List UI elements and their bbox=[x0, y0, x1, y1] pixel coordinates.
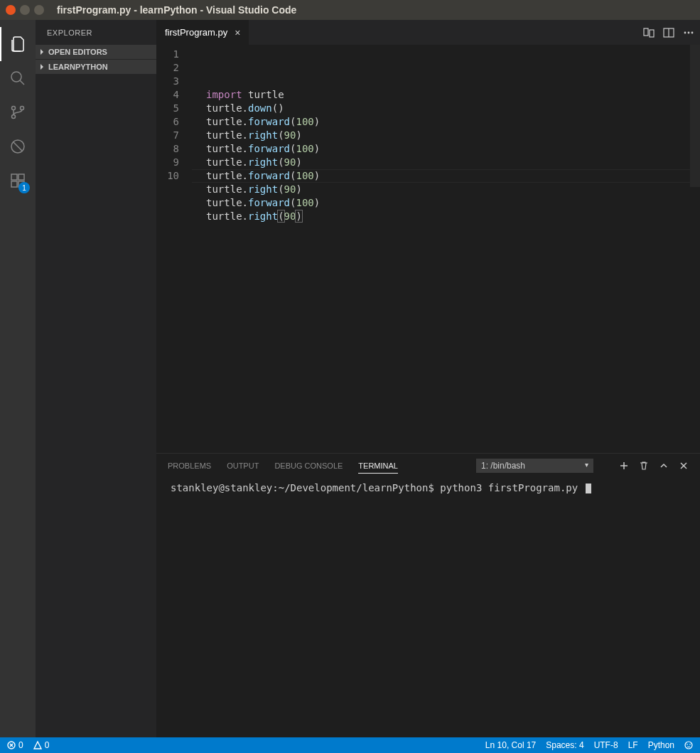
terminal-prompt: stankley@stankley:~/Development/learnPyt… bbox=[171, 482, 434, 493]
code-content[interactable]: import turtleturtle.down()turtle.forward… bbox=[192, 45, 690, 453]
svg-rect-7 bbox=[18, 174, 24, 180]
status-ln-col[interactable]: Ln 10, Col 17 bbox=[485, 740, 536, 750]
section-open-editors-label: OPEN EDITORS bbox=[48, 48, 107, 56]
panel-tab-output[interactable]: OUTPUT bbox=[227, 461, 259, 470]
window-title: firstProgram.py - learnPython - Visual S… bbox=[57, 4, 296, 16]
svg-point-26 bbox=[689, 744, 691, 745]
trash-icon[interactable] bbox=[639, 461, 649, 471]
activity-source-control[interactable] bbox=[0, 95, 36, 129]
status-eol[interactable]: LF bbox=[628, 740, 638, 750]
close-icon[interactable]: × bbox=[235, 27, 240, 38]
svg-point-3 bbox=[12, 115, 16, 119]
svg-rect-6 bbox=[11, 174, 17, 180]
svg-rect-11 bbox=[650, 30, 654, 37]
editor-tab-active[interactable]: firstProgram.py × bbox=[156, 20, 249, 45]
search-icon bbox=[9, 70, 26, 87]
minimap[interactable] bbox=[690, 45, 700, 453]
split-editor-icon[interactable] bbox=[663, 27, 674, 38]
activity-extensions[interactable]: 1 bbox=[0, 164, 36, 198]
status-feedback[interactable] bbox=[684, 741, 693, 749]
section-open-editors[interactable]: OPEN EDITORS bbox=[36, 45, 156, 59]
warning-icon bbox=[33, 741, 42, 749]
chevron-up-icon[interactable] bbox=[659, 461, 669, 471]
chevron-right-icon bbox=[38, 63, 45, 70]
section-workspace[interactable]: LEARNPYTHON bbox=[36, 60, 156, 74]
activity-debug[interactable] bbox=[0, 129, 36, 164]
smiley-icon bbox=[684, 741, 693, 749]
editor-tabbar: firstProgram.py × bbox=[156, 20, 700, 45]
svg-rect-8 bbox=[11, 181, 17, 187]
line-gutter: 12345678910 bbox=[156, 45, 192, 453]
panel-tab-problems[interactable]: PROBLEMS bbox=[168, 461, 211, 470]
svg-rect-10 bbox=[644, 28, 648, 36]
sidebar-explorer: EXPLORER OPEN EDITORS LEARNPYTHON bbox=[36, 20, 156, 737]
activity-bar: 1 bbox=[0, 20, 36, 737]
terminal-cursor bbox=[586, 484, 591, 493]
activity-search[interactable] bbox=[0, 61, 36, 95]
sidebar-title: EXPLORER bbox=[36, 20, 156, 45]
svg-point-15 bbox=[688, 31, 690, 33]
svg-point-14 bbox=[684, 31, 686, 33]
svg-point-16 bbox=[691, 31, 694, 33]
terminal-command: python3 firstProgram.py bbox=[440, 482, 578, 493]
extensions-badge: 1 bbox=[18, 182, 30, 193]
window-titlebar: firstProgram.py - learnPython - Visual S… bbox=[0, 0, 700, 20]
chevron-right-icon bbox=[38, 48, 45, 55]
more-icon[interactable] bbox=[683, 27, 694, 38]
svg-point-0 bbox=[11, 72, 21, 82]
compare-icon[interactable] bbox=[643, 27, 655, 38]
status-errors-count: 0 bbox=[18, 740, 23, 750]
section-workspace-label: LEARNPYTHON bbox=[48, 63, 108, 71]
panel-tab-debug-console[interactable]: DEBUG CONSOLE bbox=[274, 461, 343, 470]
panel-tab-terminal[interactable]: TERMINAL bbox=[358, 461, 398, 474]
status-warnings-count: 0 bbox=[45, 740, 50, 750]
window-close-button[interactable] bbox=[6, 5, 16, 15]
git-branch-icon bbox=[9, 104, 26, 121]
editor-area: firstProgram.py × 12345678910 import tur… bbox=[156, 20, 700, 737]
close-icon[interactable] bbox=[679, 461, 689, 471]
svg-point-24 bbox=[685, 742, 692, 749]
svg-point-4 bbox=[21, 107, 24, 110]
status-spaces[interactable]: Spaces: 4 bbox=[546, 740, 583, 750]
svg-point-2 bbox=[12, 107, 16, 110]
bottom-panel: PROBLEMS OUTPUT DEBUG CONSOLE TERMINAL 1… bbox=[156, 453, 700, 737]
activity-explorer[interactable] bbox=[0, 27, 36, 61]
files-icon bbox=[9, 36, 26, 53]
plus-icon[interactable] bbox=[619, 461, 629, 471]
svg-point-25 bbox=[686, 744, 688, 745]
status-errors[interactable]: 0 bbox=[7, 740, 23, 750]
svg-line-1 bbox=[20, 80, 24, 85]
status-language[interactable]: Python bbox=[648, 740, 674, 750]
minimap-slider[interactable] bbox=[690, 45, 700, 187]
bug-ban-icon bbox=[9, 138, 26, 155]
status-warnings[interactable]: 0 bbox=[33, 740, 50, 750]
window-maximize-button[interactable] bbox=[34, 5, 44, 15]
terminal[interactable]: stankley@stankley:~/Development/learnPyt… bbox=[156, 478, 700, 737]
editor-actions bbox=[643, 20, 700, 45]
editor-tab-label: firstProgram.py bbox=[165, 27, 227, 38]
terminal-selector[interactable]: 1: /bin/bash bbox=[476, 459, 593, 473]
code-editor[interactable]: 12345678910 import turtleturtle.down()tu… bbox=[156, 45, 700, 453]
status-bar: 0 0 Ln 10, Col 17 Spaces: 4 UTF-8 LF Pyt… bbox=[0, 737, 700, 753]
error-icon bbox=[7, 741, 16, 749]
panel-tabs: PROBLEMS OUTPUT DEBUG CONSOLE TERMINAL 1… bbox=[156, 454, 700, 478]
window-minimize-button[interactable] bbox=[20, 5, 30, 15]
status-encoding[interactable]: UTF-8 bbox=[594, 740, 618, 750]
